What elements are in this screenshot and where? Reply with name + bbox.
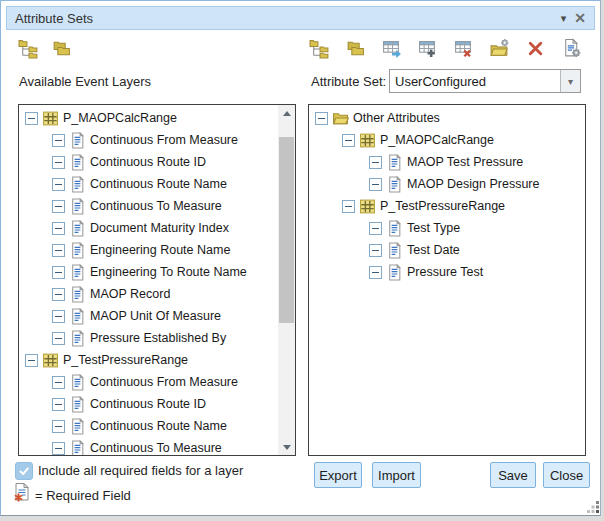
add-to-attribute-set-button[interactable] xyxy=(379,36,403,60)
layer-icon xyxy=(42,352,59,369)
tree-item[interactable]: Test Date xyxy=(309,239,585,261)
tree-expander-icon[interactable] xyxy=(25,354,38,367)
layer-icon xyxy=(42,110,59,127)
tree-item-label: Continuous Route ID xyxy=(90,155,206,169)
scrollbar-thumb[interactable] xyxy=(279,137,294,323)
field-icon xyxy=(386,220,403,237)
add-table-button[interactable] xyxy=(415,36,439,60)
tree-item[interactable]: Pressure Established By xyxy=(19,327,295,349)
tree-item[interactable]: Continuous From Measure xyxy=(19,371,295,393)
scroll-down-button[interactable] xyxy=(278,439,295,455)
collapse-button[interactable]: ▾ xyxy=(561,13,567,24)
tree-item[interactable]: Document Maturity Index xyxy=(19,217,295,239)
tree-expander-icon[interactable] xyxy=(52,398,65,411)
close-icon: ✕ xyxy=(574,11,586,25)
include-required-fields-checkbox[interactable] xyxy=(15,462,33,480)
tree-expander-icon[interactable] xyxy=(52,442,65,455)
tree-item[interactable]: Other Attributes xyxy=(309,107,585,129)
expand-all-layers-button[interactable] xyxy=(16,36,40,60)
tree-expander-icon[interactable] xyxy=(52,332,65,345)
close-button[interactable]: ✕ xyxy=(574,11,586,25)
scroll-up-button[interactable] xyxy=(278,105,295,121)
tree-item-label: Continuous Route Name xyxy=(90,177,227,191)
field-icon xyxy=(69,418,86,435)
tree-item[interactable]: MAOP Test Pressure xyxy=(309,151,585,173)
attribute-set-value: UserConfigured xyxy=(390,74,560,89)
layer-icon xyxy=(359,132,376,149)
tree-expander-icon[interactable] xyxy=(369,222,382,235)
tree-item[interactable]: Continuous Route ID xyxy=(19,393,295,415)
available-event-layers-panel: P_MAOPCalcRangeContinuous From MeasureCo… xyxy=(18,104,296,456)
field-icon xyxy=(386,264,403,281)
tree-expander-icon[interactable] xyxy=(52,200,65,213)
tree-item-label: Pressure Test xyxy=(407,265,483,279)
tree-item[interactable]: Continuous Route ID xyxy=(19,151,295,173)
tree-expander-icon[interactable] xyxy=(52,134,65,147)
tree-item[interactable]: Engineering Route Name xyxy=(19,239,295,261)
tree-expander-icon[interactable] xyxy=(52,376,65,389)
remove-table-button[interactable] xyxy=(451,36,475,60)
tree-expander-icon[interactable] xyxy=(342,134,355,147)
tree-item[interactable]: Continuous To Measure xyxy=(19,195,295,217)
field-icon xyxy=(69,220,86,237)
chevron-down-icon: ▾ xyxy=(561,13,567,24)
tree-item[interactable]: MAOP Design Pressure xyxy=(309,173,585,195)
tree-item-label: MAOP Design Pressure xyxy=(407,177,539,191)
new-attribute-set-button[interactable] xyxy=(487,36,511,60)
field-icon xyxy=(69,132,86,149)
import-button[interactable]: Import xyxy=(372,462,421,488)
tree-item[interactable]: MAOP Unit Of Measure xyxy=(19,305,295,327)
attribute-set-dropdown-button[interactable]: ▾ xyxy=(560,70,580,92)
tree-expander-icon[interactable] xyxy=(369,156,382,169)
tree-expander-icon[interactable] xyxy=(52,222,65,235)
tree-item-label: Other Attributes xyxy=(353,111,440,125)
tree-expander-icon[interactable] xyxy=(369,178,382,191)
field-icon xyxy=(386,176,403,193)
tree-item[interactable]: Pressure Test xyxy=(309,261,585,283)
tree-item-label: Engineering Route Name xyxy=(90,243,230,257)
tree-item-label: Continuous To Measure xyxy=(90,441,222,455)
attribute-set-properties-button[interactable] xyxy=(559,36,583,60)
tree-expander-icon[interactable] xyxy=(52,288,65,301)
tree-expander-icon[interactable] xyxy=(52,156,65,169)
tree-item-label: Test Type xyxy=(407,221,460,235)
tree-item[interactable]: Continuous From Measure xyxy=(19,129,295,151)
tree-item[interactable]: P_MAOPCalcRange xyxy=(19,107,295,129)
tree-item[interactable]: MAOP Record xyxy=(19,283,295,305)
tree-item-label: P_MAOPCalcRange xyxy=(63,111,177,125)
left-panel-scrollbar[interactable] xyxy=(278,105,295,455)
tree-expander-icon[interactable] xyxy=(315,112,328,125)
field-icon xyxy=(69,242,86,259)
delete-attribute-set-button[interactable] xyxy=(523,36,547,60)
export-button[interactable]: Export xyxy=(314,462,362,488)
red-x-icon xyxy=(525,38,546,59)
close-dialog-button[interactable]: Close xyxy=(543,462,590,488)
tree-expander-icon[interactable] xyxy=(52,178,65,191)
tree-expander-icon[interactable] xyxy=(52,310,65,323)
triangle-up-icon xyxy=(283,111,291,116)
folder-icon xyxy=(332,110,349,127)
tree-item[interactable]: P_TestPressureRange xyxy=(19,349,295,371)
resize-grip[interactable] xyxy=(586,500,600,514)
tree-item[interactable]: Continuous Route Name xyxy=(19,173,295,195)
tree-item[interactable]: Test Type xyxy=(309,217,585,239)
tree-expander-icon[interactable] xyxy=(52,420,65,433)
tree-expander-icon[interactable] xyxy=(52,266,65,279)
title-bar: Attribute Sets ▾ ✕ xyxy=(6,6,595,30)
tree-expander-icon[interactable] xyxy=(369,266,382,279)
collapse-all-layers-button[interactable] xyxy=(49,36,73,60)
tree-item[interactable]: P_MAOPCalcRange xyxy=(309,129,585,151)
tree-item[interactable]: Engineering To Route Name xyxy=(19,261,295,283)
tree-expander-icon[interactable] xyxy=(25,112,38,125)
tree-expander-icon[interactable] xyxy=(52,244,65,257)
tree-item[interactable]: Continuous To Measure xyxy=(19,437,295,456)
available-event-layers-label: Available Event Layers xyxy=(19,74,151,89)
expand-all-attributes-button[interactable] xyxy=(307,36,331,60)
attribute-set-combobox[interactable]: UserConfigured ▾ xyxy=(389,69,581,93)
tree-expander-icon[interactable] xyxy=(369,244,382,257)
tree-item[interactable]: Continuous Route Name xyxy=(19,415,295,437)
tree-expander-icon[interactable] xyxy=(342,200,355,213)
save-button[interactable]: Save xyxy=(490,462,536,488)
collapse-all-attributes-button[interactable] xyxy=(343,36,367,60)
tree-item[interactable]: P_TestPressureRange xyxy=(309,195,585,217)
